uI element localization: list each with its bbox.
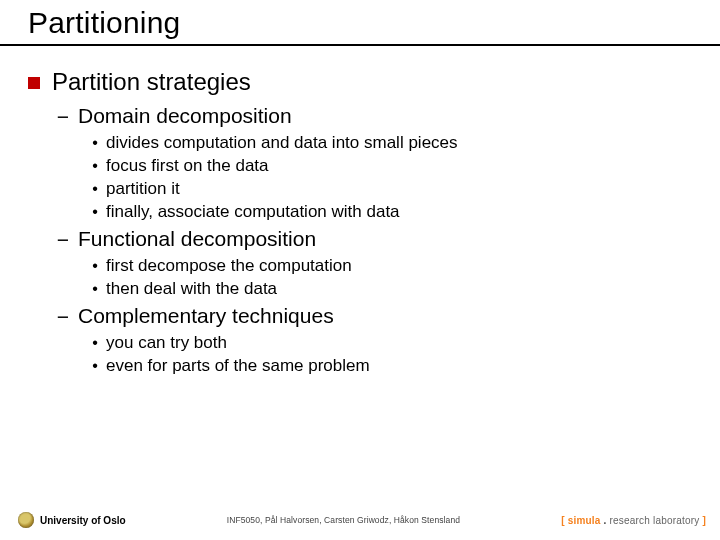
level3-text: first decompose the computation bbox=[106, 255, 352, 277]
dash-bullet-icon: − bbox=[56, 104, 70, 130]
dot-bullet-icon: • bbox=[88, 332, 102, 354]
level2-text: Complementary techniques bbox=[78, 304, 334, 330]
footer-right-rest: research laboratory bbox=[610, 515, 700, 526]
dot-bullet-icon: • bbox=[88, 278, 102, 300]
level3-text: divides computation and data into small … bbox=[106, 132, 458, 154]
level3-text: even for parts of the same problem bbox=[106, 355, 370, 377]
footer-center-text: INF5050, Pål Halvorsen, Carsten Griwodz,… bbox=[227, 515, 460, 525]
dot-bullet-icon: • bbox=[88, 201, 102, 223]
dash-bullet-icon: − bbox=[56, 304, 70, 330]
bullet-level3: • even for parts of the same problem bbox=[88, 355, 692, 377]
dot-bullet-icon: • bbox=[88, 132, 102, 154]
university-seal-icon bbox=[18, 512, 34, 528]
footer-right: [ simula . research laboratory ] bbox=[561, 515, 706, 526]
footer-left: University of Oslo bbox=[18, 512, 126, 528]
dot-bullet-icon: • bbox=[88, 178, 102, 200]
slide-title: Partitioning bbox=[0, 0, 720, 46]
bullet-level3: • partition it bbox=[88, 178, 692, 200]
bullet-level2: − Functional decomposition bbox=[56, 227, 692, 253]
slide-content: Partition strategies − Domain decomposit… bbox=[0, 46, 720, 377]
bullet-level2: − Domain decomposition bbox=[56, 104, 692, 130]
bullet-level3: • you can try both bbox=[88, 332, 692, 354]
level2-text: Functional decomposition bbox=[78, 227, 316, 253]
bullet-level2: − Complementary techniques bbox=[56, 304, 692, 330]
footer-right-close: ] bbox=[699, 515, 706, 526]
bullet-level1: Partition strategies bbox=[28, 68, 692, 96]
footer-right-dot: . bbox=[601, 515, 610, 526]
footer-right-brand: simula bbox=[568, 515, 601, 526]
level2-text: Domain decomposition bbox=[78, 104, 292, 130]
slide-footer: University of Oslo INF5050, Pål Halvorse… bbox=[0, 508, 720, 532]
level1-text: Partition strategies bbox=[52, 68, 251, 96]
level3-text: you can try both bbox=[106, 332, 227, 354]
dot-bullet-icon: • bbox=[88, 155, 102, 177]
bullet-level3: • then deal with the data bbox=[88, 278, 692, 300]
bullet-level3: • focus first on the data bbox=[88, 155, 692, 177]
bullet-level3: • first decompose the computation bbox=[88, 255, 692, 277]
square-bullet-icon bbox=[28, 77, 40, 89]
level3-text: then deal with the data bbox=[106, 278, 277, 300]
dot-bullet-icon: • bbox=[88, 255, 102, 277]
bullet-level3: • divides computation and data into smal… bbox=[88, 132, 692, 154]
level3-text: focus first on the data bbox=[106, 155, 269, 177]
dash-bullet-icon: − bbox=[56, 227, 70, 253]
bullet-level3: • finally, associate computation with da… bbox=[88, 201, 692, 223]
level3-text: finally, associate computation with data bbox=[106, 201, 400, 223]
level3-text: partition it bbox=[106, 178, 180, 200]
dot-bullet-icon: • bbox=[88, 355, 102, 377]
footer-left-text: University of Oslo bbox=[40, 515, 126, 526]
